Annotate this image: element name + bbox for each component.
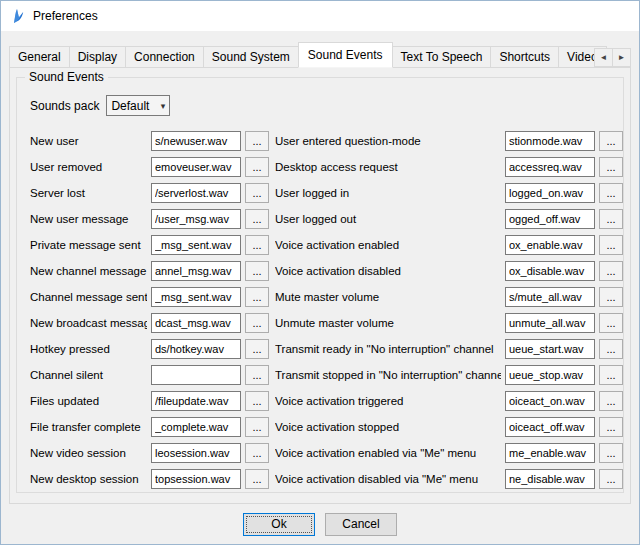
- sound-event-row: User entered question-mode...: [275, 128, 623, 154]
- browse-button[interactable]: ...: [245, 391, 269, 411]
- sound-event-label: Desktop access request: [275, 161, 501, 173]
- tab-display[interactable]: Display: [69, 46, 126, 68]
- sound-events-groupbox: Sound Events Sounds pack Default ▾ New u…: [16, 77, 624, 493]
- right-column: User entered question-mode...Desktop acc…: [275, 128, 623, 492]
- sound-event-label: Voice activation stopped: [275, 421, 501, 433]
- browse-button[interactable]: ...: [245, 443, 269, 463]
- sound-event-row: Voice activation triggered...: [275, 388, 623, 414]
- sound-event-label: Private message sent: [30, 239, 147, 251]
- sound-event-label: Voice activation disabled: [275, 265, 501, 277]
- sound-event-row: Files updated...: [30, 388, 271, 414]
- sound-event-row: Channel silent...: [30, 362, 271, 388]
- sound-file-input[interactable]: [505, 391, 595, 411]
- sound-event-columns: New user...User removed...Server lost...…: [30, 128, 623, 492]
- tab-shortcuts[interactable]: Shortcuts: [490, 46, 559, 68]
- sound-event-label: New channel message: [30, 265, 147, 277]
- tab-sound-system[interactable]: Sound System: [203, 46, 299, 68]
- sound-file-input[interactable]: [151, 391, 241, 411]
- sound-file-input[interactable]: [151, 183, 241, 203]
- browse-button[interactable]: ...: [599, 157, 623, 177]
- sound-file-input[interactable]: [151, 157, 241, 177]
- browse-button[interactable]: ...: [599, 443, 623, 463]
- browse-button[interactable]: ...: [599, 365, 623, 385]
- sound-file-input[interactable]: [151, 365, 241, 385]
- browse-button[interactable]: ...: [245, 365, 269, 385]
- sound-file-input[interactable]: [151, 469, 241, 489]
- sound-file-input[interactable]: [505, 183, 595, 203]
- sound-file-input[interactable]: [151, 417, 241, 437]
- sound-file-input[interactable]: [505, 443, 595, 463]
- sounds-pack-row: Sounds pack Default ▾: [30, 95, 623, 116]
- tab-scroll-left-icon[interactable]: ◄: [594, 48, 613, 67]
- sound-file-input[interactable]: [505, 235, 595, 255]
- tab-bar: GeneralDisplayConnectionSound SystemSoun…: [9, 42, 631, 68]
- sound-file-input[interactable]: [505, 469, 595, 489]
- browse-button[interactable]: ...: [245, 209, 269, 229]
- browse-button[interactable]: ...: [245, 261, 269, 281]
- sound-event-row: Voice activation disabled via "Me" menu.…: [275, 466, 623, 492]
- browse-button[interactable]: ...: [599, 469, 623, 489]
- browse-button[interactable]: ...: [245, 235, 269, 255]
- browse-button[interactable]: ...: [599, 417, 623, 437]
- tab-text-to-speech[interactable]: Text To Speech: [392, 46, 492, 68]
- tab-scroll-right-icon[interactable]: ►: [612, 48, 631, 67]
- sound-file-input[interactable]: [151, 339, 241, 359]
- ok-button[interactable]: Ok: [243, 513, 315, 536]
- sound-file-input[interactable]: [505, 313, 595, 333]
- sound-file-input[interactable]: [151, 131, 241, 151]
- tab-strip: GeneralDisplayConnectionSound SystemSoun…: [9, 42, 631, 68]
- sound-file-input[interactable]: [505, 365, 595, 385]
- sound-event-row: New video session...: [30, 440, 271, 466]
- sound-file-input[interactable]: [505, 261, 595, 281]
- sound-file-input[interactable]: [151, 287, 241, 307]
- sound-event-row: New desktop session...: [30, 466, 271, 492]
- sound-file-input[interactable]: [505, 287, 595, 307]
- app-icon: [10, 8, 26, 24]
- browse-button[interactable]: ...: [245, 287, 269, 307]
- browse-button[interactable]: ...: [245, 131, 269, 151]
- sound-event-label: New video session: [30, 447, 147, 459]
- browse-button[interactable]: ...: [599, 313, 623, 333]
- browse-button[interactable]: ...: [599, 287, 623, 307]
- browse-button[interactable]: ...: [599, 339, 623, 359]
- sound-event-row: User removed...: [30, 154, 271, 180]
- groupbox-title: Sound Events: [25, 70, 108, 84]
- browse-button[interactable]: ...: [245, 469, 269, 489]
- sound-file-input[interactable]: [151, 313, 241, 333]
- sound-event-label: Transmit stopped in "No interruption" ch…: [275, 369, 501, 381]
- sound-file-input[interactable]: [151, 235, 241, 255]
- browse-button[interactable]: ...: [599, 209, 623, 229]
- browse-button[interactable]: ...: [245, 183, 269, 203]
- browse-button[interactable]: ...: [245, 157, 269, 177]
- sound-file-input[interactable]: [151, 209, 241, 229]
- sound-event-row: New user...: [30, 128, 271, 154]
- sound-event-row: Channel message sent...: [30, 284, 271, 310]
- sound-file-input[interactable]: [151, 261, 241, 281]
- sound-event-label: New broadcast message: [30, 317, 147, 329]
- cancel-button[interactable]: Cancel: [325, 513, 397, 536]
- browse-button[interactable]: ...: [599, 183, 623, 203]
- browse-button[interactable]: ...: [245, 417, 269, 437]
- sounds-pack-select[interactable]: Default ▾: [106, 95, 170, 116]
- tab-general[interactable]: General: [9, 46, 70, 68]
- sound-file-input[interactable]: [505, 131, 595, 151]
- sound-file-input[interactable]: [505, 339, 595, 359]
- browse-button[interactable]: ...: [599, 235, 623, 255]
- sound-file-input[interactable]: [505, 157, 595, 177]
- browse-button[interactable]: ...: [599, 261, 623, 281]
- tab-connection[interactable]: Connection: [125, 46, 204, 68]
- sound-event-label: Unmute master volume: [275, 317, 501, 329]
- sound-event-label: User logged out: [275, 213, 501, 225]
- sound-event-row: New broadcast message...: [30, 310, 271, 336]
- left-column: New user...User removed...Server lost...…: [30, 128, 271, 492]
- sound-event-label: Voice activation triggered: [275, 395, 501, 407]
- title-bar: Preferences: [1, 1, 639, 31]
- sound-file-input[interactable]: [151, 443, 241, 463]
- browse-button[interactable]: ...: [599, 391, 623, 411]
- sound-file-input[interactable]: [505, 417, 595, 437]
- sound-file-input[interactable]: [505, 209, 595, 229]
- browse-button[interactable]: ...: [245, 339, 269, 359]
- browse-button[interactable]: ...: [245, 313, 269, 333]
- browse-button[interactable]: ...: [599, 131, 623, 151]
- tab-sound-events[interactable]: Sound Events: [298, 42, 393, 68]
